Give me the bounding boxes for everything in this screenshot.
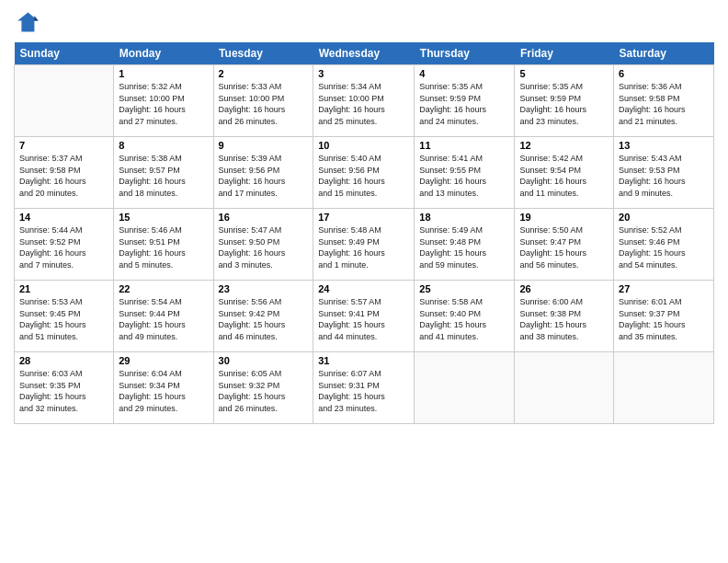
weekday-header: Tuesday — [213, 42, 313, 65]
calendar-cell: 7Sunrise: 5:37 AM Sunset: 9:58 PM Daylig… — [15, 137, 114, 209]
logo-icon — [14, 9, 40, 35]
day-number: 22 — [119, 283, 208, 294]
calendar-cell: 27Sunrise: 6:01 AM Sunset: 9:37 PM Dayli… — [614, 281, 714, 352]
day-number: 12 — [519, 140, 609, 151]
day-number: 29 — [119, 355, 208, 366]
day-info: Sunrise: 5:54 AM Sunset: 9:44 PM Dayligh… — [119, 296, 208, 342]
day-number: 21 — [19, 283, 108, 294]
calendar-cell: 11Sunrise: 5:41 AM Sunset: 9:55 PM Dayli… — [415, 137, 515, 209]
weekday-header: Thursday — [415, 42, 515, 65]
day-number: 1 — [119, 68, 208, 79]
day-number: 26 — [519, 283, 609, 294]
day-number: 2 — [219, 68, 309, 79]
day-number: 27 — [619, 283, 709, 294]
day-info: Sunrise: 5:34 AM Sunset: 10:00 PM Daylig… — [318, 81, 409, 127]
day-info: Sunrise: 5:50 AM Sunset: 9:47 PM Dayligh… — [519, 224, 609, 270]
calendar-cell: 31Sunrise: 6:07 AM Sunset: 9:31 PM Dayli… — [313, 352, 415, 424]
day-number: 7 — [19, 140, 108, 151]
day-number: 15 — [119, 212, 208, 223]
calendar-cell — [515, 352, 614, 424]
day-number: 19 — [519, 212, 609, 223]
day-number: 23 — [219, 283, 309, 294]
calendar-cell: 22Sunrise: 5:54 AM Sunset: 9:44 PM Dayli… — [114, 281, 213, 352]
day-info: Sunrise: 6:07 AM Sunset: 9:31 PM Dayligh… — [318, 368, 409, 414]
calendar-cell: 12Sunrise: 5:42 AM Sunset: 9:54 PM Dayli… — [515, 137, 614, 209]
day-info: Sunrise: 5:46 AM Sunset: 9:51 PM Dayligh… — [119, 224, 208, 270]
day-info: Sunrise: 5:33 AM Sunset: 10:00 PM Daylig… — [219, 81, 309, 127]
calendar-cell: 19Sunrise: 5:50 AM Sunset: 9:47 PM Dayli… — [515, 209, 614, 281]
day-info: Sunrise: 5:52 AM Sunset: 9:46 PM Dayligh… — [619, 224, 709, 270]
calendar-cell: 25Sunrise: 5:58 AM Sunset: 9:40 PM Dayli… — [415, 281, 515, 352]
calendar-week-row: 28Sunrise: 6:03 AM Sunset: 9:35 PM Dayli… — [15, 352, 714, 424]
day-info: Sunrise: 5:38 AM Sunset: 9:57 PM Dayligh… — [119, 153, 208, 199]
day-info: Sunrise: 5:58 AM Sunset: 9:40 PM Dayligh… — [419, 296, 509, 342]
calendar-cell: 1Sunrise: 5:32 AM Sunset: 10:00 PM Dayli… — [114, 65, 213, 137]
day-info: Sunrise: 6:00 AM Sunset: 9:38 PM Dayligh… — [519, 296, 609, 342]
day-info: Sunrise: 5:47 AM Sunset: 9:50 PM Dayligh… — [219, 224, 309, 270]
calendar-cell: 20Sunrise: 5:52 AM Sunset: 9:46 PM Dayli… — [614, 209, 714, 281]
calendar-cell: 14Sunrise: 5:44 AM Sunset: 9:52 PM Dayli… — [15, 209, 114, 281]
calendar-cell: 4Sunrise: 5:35 AM Sunset: 9:59 PM Daylig… — [415, 65, 515, 137]
day-info: Sunrise: 5:44 AM Sunset: 9:52 PM Dayligh… — [19, 224, 108, 270]
calendar-cell: 13Sunrise: 5:43 AM Sunset: 9:53 PM Dayli… — [614, 137, 714, 209]
day-info: Sunrise: 5:43 AM Sunset: 9:53 PM Dayligh… — [619, 153, 709, 199]
calendar-week-row: 21Sunrise: 5:53 AM Sunset: 9:45 PM Dayli… — [15, 281, 714, 352]
day-info: Sunrise: 6:03 AM Sunset: 9:35 PM Dayligh… — [19, 368, 108, 414]
day-number: 10 — [318, 140, 409, 151]
day-info: Sunrise: 5:37 AM Sunset: 9:58 PM Dayligh… — [19, 153, 108, 199]
calendar-cell — [415, 352, 515, 424]
day-number: 11 — [419, 140, 509, 151]
day-number: 5 — [519, 68, 609, 79]
day-info: Sunrise: 6:01 AM Sunset: 9:37 PM Dayligh… — [619, 296, 709, 342]
calendar-cell: 10Sunrise: 5:40 AM Sunset: 9:56 PM Dayli… — [313, 137, 415, 209]
calendar-cell: 2Sunrise: 5:33 AM Sunset: 10:00 PM Dayli… — [213, 65, 313, 137]
day-info: Sunrise: 5:36 AM Sunset: 9:58 PM Dayligh… — [619, 81, 709, 127]
day-info: Sunrise: 5:49 AM Sunset: 9:48 PM Dayligh… — [419, 224, 509, 270]
day-number: 25 — [419, 283, 509, 294]
calendar-cell: 18Sunrise: 5:49 AM Sunset: 9:48 PM Dayli… — [415, 209, 515, 281]
calendar-week-row: 1Sunrise: 5:32 AM Sunset: 10:00 PM Dayli… — [15, 65, 714, 137]
day-info: Sunrise: 5:56 AM Sunset: 9:42 PM Dayligh… — [219, 296, 309, 342]
calendar-cell: 16Sunrise: 5:47 AM Sunset: 9:50 PM Dayli… — [213, 209, 313, 281]
day-number: 16 — [219, 212, 309, 223]
calendar-cell: 28Sunrise: 6:03 AM Sunset: 9:35 PM Dayli… — [15, 352, 114, 424]
weekday-header: Saturday — [614, 42, 714, 65]
day-number: 24 — [318, 283, 409, 294]
day-info: Sunrise: 5:42 AM Sunset: 9:54 PM Dayligh… — [519, 153, 609, 199]
calendar-cell: 8Sunrise: 5:38 AM Sunset: 9:57 PM Daylig… — [114, 137, 213, 209]
page-container: SundayMondayTuesdayWednesdayThursdayFrid… — [0, 0, 728, 433]
day-number: 8 — [119, 140, 208, 151]
day-info: Sunrise: 5:32 AM Sunset: 10:00 PM Daylig… — [119, 81, 208, 127]
calendar-cell: 6Sunrise: 5:36 AM Sunset: 9:58 PM Daylig… — [614, 65, 714, 137]
calendar-week-row: 14Sunrise: 5:44 AM Sunset: 9:52 PM Dayli… — [15, 209, 714, 281]
day-info: Sunrise: 5:35 AM Sunset: 9:59 PM Dayligh… — [519, 81, 609, 127]
day-number: 9 — [219, 140, 309, 151]
day-info: Sunrise: 5:41 AM Sunset: 9:55 PM Dayligh… — [419, 153, 509, 199]
day-info: Sunrise: 5:48 AM Sunset: 9:49 PM Dayligh… — [318, 224, 409, 270]
calendar-cell: 9Sunrise: 5:39 AM Sunset: 9:56 PM Daylig… — [213, 137, 313, 209]
day-info: Sunrise: 6:05 AM Sunset: 9:32 PM Dayligh… — [219, 368, 309, 414]
calendar-cell: 3Sunrise: 5:34 AM Sunset: 10:00 PM Dayli… — [313, 65, 415, 137]
day-info: Sunrise: 6:04 AM Sunset: 9:34 PM Dayligh… — [119, 368, 208, 414]
calendar-cell: 5Sunrise: 5:35 AM Sunset: 9:59 PM Daylig… — [515, 65, 614, 137]
day-number: 18 — [419, 212, 509, 223]
calendar-table: SundayMondayTuesdayWednesdayThursdayFrid… — [14, 42, 714, 424]
day-info: Sunrise: 5:57 AM Sunset: 9:41 PM Dayligh… — [318, 296, 409, 342]
calendar-cell: 26Sunrise: 6:00 AM Sunset: 9:38 PM Dayli… — [515, 281, 614, 352]
calendar-cell: 17Sunrise: 5:48 AM Sunset: 9:49 PM Dayli… — [313, 209, 415, 281]
day-number: 4 — [419, 68, 509, 79]
calendar-cell: 21Sunrise: 5:53 AM Sunset: 9:45 PM Dayli… — [15, 281, 114, 352]
calendar-cell: 15Sunrise: 5:46 AM Sunset: 9:51 PM Dayli… — [114, 209, 213, 281]
calendar-week-row: 7Sunrise: 5:37 AM Sunset: 9:58 PM Daylig… — [15, 137, 714, 209]
day-info: Sunrise: 5:39 AM Sunset: 9:56 PM Dayligh… — [219, 153, 309, 199]
weekday-header: Sunday — [15, 42, 114, 65]
weekday-header: Wednesday — [313, 42, 415, 65]
day-info: Sunrise: 5:53 AM Sunset: 9:45 PM Dayligh… — [19, 296, 108, 342]
calendar-cell: 29Sunrise: 6:04 AM Sunset: 9:34 PM Dayli… — [114, 352, 213, 424]
day-number: 13 — [619, 140, 709, 151]
day-info: Sunrise: 5:40 AM Sunset: 9:56 PM Dayligh… — [318, 153, 409, 199]
day-number: 28 — [19, 355, 108, 366]
weekday-header: Friday — [515, 42, 614, 65]
day-number: 14 — [19, 212, 108, 223]
weekday-header: Monday — [114, 42, 213, 65]
